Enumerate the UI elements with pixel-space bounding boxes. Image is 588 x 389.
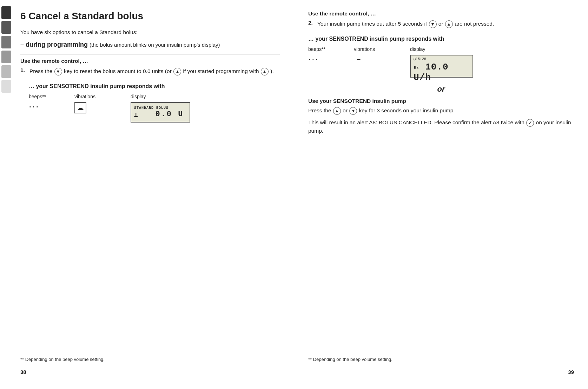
step-1-num: 1. xyxy=(20,67,27,79)
or-divider: or xyxy=(308,85,574,94)
subheading-dash-sub: (the bolus amount blinks on your insulin… xyxy=(90,42,220,48)
responds-heading-right: … your SENSOTREND insulin pump responds … xyxy=(308,36,574,42)
sidebar-bar-1 xyxy=(1,6,11,19)
display-bottom-left: ⊥ 0.0 U xyxy=(134,110,184,119)
left-column: 6 Cancel a Standard bolus You have six o… xyxy=(13,0,294,389)
section-title: 6 Cancel a Standard bolus xyxy=(20,11,280,22)
col-vibrations-label-right: vibrations xyxy=(354,46,410,53)
footnote-right: ** Depending on the beep volume setting. xyxy=(308,357,574,362)
beep-symbol-right: ⋅⋅⋅ xyxy=(308,55,319,65)
sidebar-bar-3 xyxy=(1,36,11,48)
vibration-icon-left: ☁ xyxy=(74,101,131,113)
step-2-num: 2. xyxy=(308,20,315,32)
page: 6 Cancel a Standard bolus You have six o… xyxy=(0,0,588,389)
beep-icon-left: ⋅⋅⋅ xyxy=(29,101,74,112)
page-number-right: 39 xyxy=(308,362,574,375)
footnote-left: ** Depending on the beep volume setting. xyxy=(20,357,280,362)
section-title-text: 6 Cancel a Standard bolus xyxy=(20,11,143,22)
subheading-dash-main: – during programming xyxy=(20,41,88,48)
subheading-dash: – during programming (the bolus amount b… xyxy=(20,41,280,48)
use-remote-heading-left: Use the remote control, … xyxy=(20,58,280,64)
intro-text: You have six options to cancel a Standar… xyxy=(20,28,280,36)
response-table-left: beeps** vibrations display ⋅⋅⋅ ☁ STANDAR… xyxy=(20,94,280,123)
vibration-symbol-left: ☁ xyxy=(74,102,86,113)
vibration-dash-right: – xyxy=(354,55,361,63)
col-display-label-right: display xyxy=(410,46,574,53)
display-box-right-container: ◯15:28 ▮₁ 10.0 U/h xyxy=(410,53,574,78)
right-column: Use the remote control, … 2. Your insuli… xyxy=(294,0,588,389)
sidebar xyxy=(0,0,13,389)
step-2-content: Your insulin pump times out after 5 seco… xyxy=(317,20,494,28)
step-2: 2. Your insulin pump times out after 5 s… xyxy=(308,20,574,32)
or-line-right xyxy=(449,89,574,89)
vibration-icon-right: – xyxy=(354,53,410,63)
page-number-left: 38 xyxy=(20,362,280,375)
col-display-label-left: display xyxy=(131,94,280,101)
sidebar-bar-6 xyxy=(1,80,11,93)
step-1-content: Press the ▾ key to reset the bolus amoun… xyxy=(29,67,274,75)
sidebar-bar-2 xyxy=(1,21,11,34)
display-value-right: ▮₁ 10.0 U/h xyxy=(414,62,470,83)
col-beeps-label-right: beeps** xyxy=(308,46,354,53)
pump-up-btn: ▴ xyxy=(333,107,341,115)
up-arrow-btn-1: ▴ xyxy=(173,68,181,75)
use-pump-text: Press the ▴ or ▾ key for 3 seconds on yo… xyxy=(308,106,574,115)
sidebar-bar-5 xyxy=(1,65,11,78)
use-pump-heading: Use your SENSOTREND insulin pump xyxy=(308,98,574,104)
display-time-right: ◯15:28 xyxy=(414,57,470,61)
beep-symbol-left: ⋅⋅⋅ xyxy=(29,102,39,112)
check-btn: ✓ xyxy=(526,119,534,127)
display-top-left: STANDARD BOLUS xyxy=(134,106,169,110)
down-arrow-btn-right: ▾ xyxy=(429,20,437,28)
step-1: 1. Press the ▾ key to reset the bolus am… xyxy=(20,67,280,79)
display-box-left-container: STANDARD BOLUS ⊥ 0.0 U xyxy=(131,101,280,123)
display-box-right: ◯15:28 ▮₁ 10.0 U/h xyxy=(410,55,473,78)
or-text: or xyxy=(437,85,445,94)
responds-heading-left: … your SENSOTREND insulin pump responds … xyxy=(20,83,280,90)
up-arrow-btn-right: ▴ xyxy=(445,20,453,28)
use-remote-heading-right: Use the remote control, … xyxy=(308,11,574,17)
display-box-left: STANDARD BOLUS ⊥ 0.0 U xyxy=(131,102,190,123)
down-arrow-btn-1: ▾ xyxy=(54,68,62,75)
result-text: This will result in an alert A8: BOLUS C… xyxy=(308,118,574,135)
up-arrow-btn-2: ▴ xyxy=(261,68,269,75)
col-beeps-label-left: beeps** xyxy=(29,94,74,101)
beep-icon-right: ⋅⋅⋅ xyxy=(308,53,354,65)
col-vibrations-label-left: vibrations xyxy=(74,94,131,101)
pump-down-btn: ▾ xyxy=(349,107,357,115)
divider-1 xyxy=(20,54,280,54)
or-line-left xyxy=(308,89,434,89)
sidebar-bar-4 xyxy=(1,51,11,63)
response-table-right: beeps** vibrations display ⋅⋅⋅ – ◯15:28 … xyxy=(308,46,574,78)
